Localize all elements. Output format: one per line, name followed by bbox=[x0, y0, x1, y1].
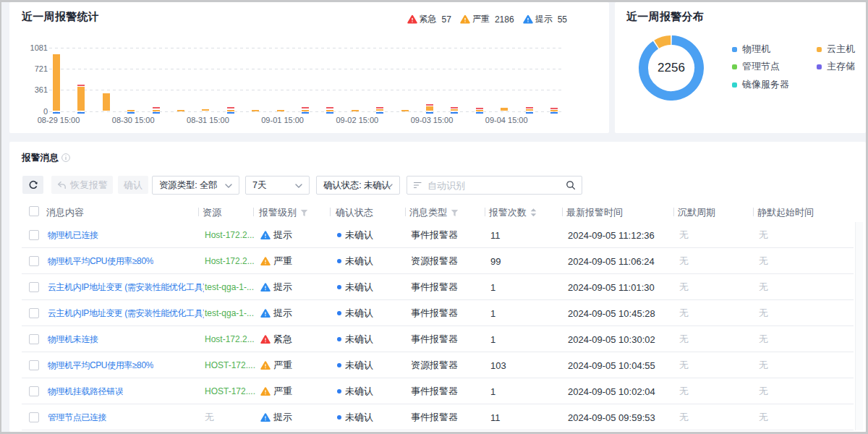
period-select[interactable]: 7天 bbox=[245, 176, 310, 195]
column-header-报警次数[interactable]: 报警次数 bbox=[489, 206, 537, 219]
table-row[interactable]: 管理节点已连接无提示未确认事件报警器112024-09-05 09:59:53无… bbox=[9, 404, 866, 430]
message-type: 事件报警器 bbox=[411, 385, 458, 398]
silence-cycle: 无 bbox=[679, 411, 689, 424]
silence-start-time: 无 bbox=[759, 333, 768, 346]
y-axis-tick: 1081 bbox=[19, 43, 48, 52]
ack-status-select[interactable]: 确认状态: 未确认 bbox=[316, 176, 400, 195]
table-row[interactable]: 物理机未连接Host-172.2...紧急未确认事件报警器12024-09-05… bbox=[9, 326, 866, 352]
bar-segment-tip bbox=[326, 112, 333, 114]
message-type: 事件报警器 bbox=[411, 281, 458, 294]
ack-status: 未确认 bbox=[345, 385, 373, 398]
message-link[interactable]: 物理机未连接 bbox=[48, 333, 98, 346]
alarm-level: 提示 bbox=[273, 307, 292, 320]
bar-segment-urgent bbox=[153, 107, 160, 109]
column-separator bbox=[673, 208, 674, 216]
alarm-level: 严重 bbox=[273, 359, 292, 372]
resource-link[interactable]: test-qga-1-... bbox=[205, 308, 254, 318]
filter-funnel-icon[interactable] bbox=[300, 209, 308, 217]
resource-link[interactable]: Host-172.2... bbox=[205, 256, 255, 266]
column-header-资源[interactable]: 资源 bbox=[203, 206, 221, 219]
message-link[interactable]: 物理机平均CPU使用率≥80% bbox=[48, 255, 153, 268]
row-checkbox[interactable] bbox=[29, 386, 39, 396]
column-label: 报警次数 bbox=[489, 206, 527, 219]
message-link[interactable]: 物理机平均CPU使用率≥80% bbox=[48, 359, 153, 372]
select-all-checkbox[interactable] bbox=[29, 206, 39, 216]
resource-link[interactable]: Host-172.2... bbox=[205, 230, 255, 240]
column-header-报警级别[interactable]: 报警级别 bbox=[259, 206, 308, 219]
column-header-消息内容[interactable]: 消息内容 bbox=[46, 206, 84, 219]
column-separator bbox=[485, 208, 485, 216]
alert-triangle-icon bbox=[260, 361, 271, 370]
row-checkbox[interactable] bbox=[29, 334, 39, 344]
table-scrollbar[interactable] bbox=[855, 222, 863, 430]
column-header-沉默周期[interactable]: 沉默周期 bbox=[678, 206, 715, 219]
bar-segment-tip bbox=[227, 112, 234, 114]
alarm-count: 1 bbox=[490, 308, 495, 319]
message-link[interactable]: 物理机挂载路径错误 bbox=[48, 386, 123, 398]
filter-funnel-icon[interactable] bbox=[451, 209, 459, 217]
alarm-level: 紧急 bbox=[273, 333, 292, 346]
dist-legend-item-镜像服务器: 镜像服务器 bbox=[732, 78, 789, 91]
restore-alarm-button[interactable]: 恢复报警 bbox=[51, 176, 113, 194]
alert-triangle-icon bbox=[260, 413, 271, 422]
message-type: 事件报警器 bbox=[411, 307, 458, 320]
status-dot bbox=[337, 337, 341, 341]
alarm-count: 11 bbox=[490, 230, 501, 241]
legend-swatch bbox=[817, 47, 822, 52]
table-row[interactable]: 云主机内IP地址变更 (需安装性能优化工具)test-qga-1-...提示未确… bbox=[9, 300, 866, 326]
search-icon[interactable] bbox=[566, 180, 576, 190]
column-header-确认状态[interactable]: 确认状态 bbox=[336, 206, 373, 219]
filter-lines-icon bbox=[413, 181, 422, 190]
table-row[interactable]: 物理机挂载路径错误HOST-172....严重未确认事件报警器12024-09-… bbox=[9, 378, 866, 404]
row-checkbox[interactable] bbox=[29, 282, 39, 292]
search-input[interactable] bbox=[427, 180, 561, 191]
bar-segment-urgent bbox=[451, 107, 458, 109]
table-row[interactable]: 云主机内IP地址变更 (需安装性能优化工具)test-qga-1-...提示未确… bbox=[9, 274, 866, 300]
silence-start-time: 无 bbox=[759, 307, 768, 320]
table-row[interactable]: 物理机已连接Host-172.2...提示未确认事件报警器112024-09-0… bbox=[9, 222, 866, 248]
bar-segment-severe bbox=[451, 109, 458, 111]
alarm-distribution-donut: 2256 bbox=[639, 35, 704, 101]
message-link[interactable]: 云主机内IP地址变更 (需安装性能优化工具) bbox=[48, 307, 204, 320]
alarm-messages-card: 报警消息 恢复报警 确认 资源类型: 全部 7天 bbox=[9, 142, 866, 432]
column-header-最新报警时间[interactable]: 最新报警时间 bbox=[566, 206, 623, 219]
column-label: 静默起始时间 bbox=[757, 206, 814, 219]
x-axis-tick: 08-31 15:00 bbox=[187, 116, 229, 124]
row-checkbox[interactable] bbox=[29, 230, 39, 240]
message-link[interactable]: 物理机已连接 bbox=[48, 229, 98, 242]
message-link[interactable]: 管理节点已连接 bbox=[48, 412, 106, 424]
latest-alarm-time: 2024-09-05 09:59:53 bbox=[568, 412, 655, 423]
message-link[interactable]: 云主机内IP地址变更 (需安装性能优化工具) bbox=[48, 281, 204, 294]
row-checkbox[interactable] bbox=[29, 256, 39, 266]
bar-segment-tip bbox=[476, 112, 483, 114]
column-label: 资源 bbox=[203, 206, 221, 219]
resource-link[interactable]: HOST-172.... bbox=[205, 360, 255, 370]
silence-cycle: 无 bbox=[679, 255, 689, 268]
refresh-button[interactable] bbox=[22, 176, 43, 194]
alarm-level: 严重 bbox=[273, 255, 292, 268]
sorter-icon[interactable] bbox=[530, 208, 537, 217]
row-separator bbox=[22, 430, 854, 430]
resource-link[interactable]: HOST-172.... bbox=[205, 386, 255, 396]
weekly-alarm-distribution-card: 近一周报警分布 2256 物理机云主机管理节点主存储镜像服务器 bbox=[615, 2, 866, 133]
table-row[interactable]: 物理机平均CPU使用率≥80%Host-172.2...严重未确认资源报警器99… bbox=[9, 248, 866, 274]
x-axis-tick: 09-04 15:00 bbox=[485, 116, 528, 124]
confirm-button[interactable]: 确认 bbox=[118, 176, 148, 194]
row-checkbox[interactable] bbox=[29, 412, 39, 422]
table-row[interactable]: 物理机平均CPU使用率≥80%HOST-172....严重未确认资源报警器103… bbox=[9, 352, 866, 378]
bar-segment-severe bbox=[426, 106, 433, 111]
resource-type-select[interactable]: 资源类型: 全部 bbox=[152, 176, 239, 195]
row-checkbox[interactable] bbox=[29, 360, 39, 370]
silence-start-time: 无 bbox=[759, 229, 768, 242]
gridline-361 bbox=[49, 90, 564, 90]
column-header-静默起始时间[interactable]: 静默起始时间 bbox=[757, 206, 814, 219]
ack-status: 未确认 bbox=[345, 411, 373, 424]
info-icon[interactable] bbox=[61, 153, 70, 162]
row-checkbox[interactable] bbox=[29, 308, 39, 318]
resource-link[interactable]: test-qga-1-... bbox=[205, 282, 254, 292]
resource-link[interactable]: Host-172.2... bbox=[205, 334, 255, 344]
weekly-alarm-statistics-card: 近一周报警统计 紧急57严重2186提示55 0361721108108-29 … bbox=[9, 2, 609, 133]
column-header-消息类型[interactable]: 消息类型 bbox=[409, 206, 459, 219]
alarm-count: 1 bbox=[490, 386, 495, 397]
latest-alarm-time: 2024-09-05 10:45:28 bbox=[568, 308, 655, 319]
